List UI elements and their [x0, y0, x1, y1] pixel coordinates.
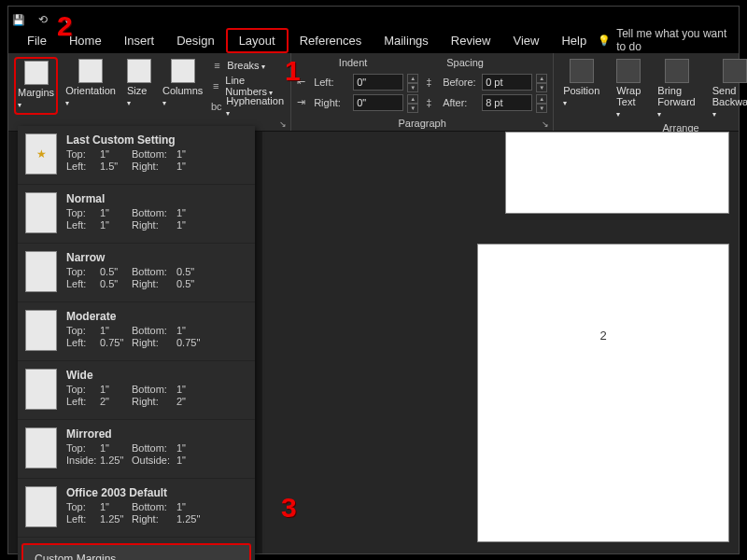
quick-access-toolbar: [8, 7, 739, 27]
margins-option[interactable]: WideTop:1"Bottom:1"Left:2"Right:2": [18, 361, 255, 420]
margin-option-title: Moderate: [66, 310, 247, 323]
tab-view[interactable]: View: [501, 30, 550, 51]
annotation-3: 3: [281, 492, 297, 524]
margins-option[interactable]: NarrowTop:0.5"Bottom:0.5"Left:0.5"Right:…: [18, 244, 255, 302]
margins-dropdown: Last Custom SettingTop:1"Bottom:1"Left:1…: [18, 126, 255, 560]
margin-option-values: Top:1"Bottom:1"Left:0.75"Right:0.75": [66, 325, 247, 348]
send-backward-icon: [723, 59, 747, 83]
line-numbers-button[interactable]: ≡Line Numbers: [210, 77, 285, 94]
group-page-setup: Margins Orientation Size Columns ≡Breaks…: [8, 53, 291, 131]
page-preview-2[interactable]: 2: [477, 244, 729, 542]
margins-option[interactable]: MirroredTop:1"Bottom:1"Inside:1.25"Outsi…: [18, 420, 255, 479]
position-icon: [570, 59, 594, 83]
indent-right-spinner[interactable]: ▲▼: [407, 94, 418, 111]
margins-option[interactable]: Last Custom SettingTop:1"Bottom:1"Left:1…: [18, 126, 255, 185]
tab-layout[interactable]: Layout: [226, 28, 289, 53]
margin-thumbnail-icon: [25, 427, 57, 469]
spacing-after-icon: ‡: [426, 97, 439, 108]
page-setup-dialog-launcher-icon[interactable]: ↘: [279, 119, 287, 129]
indent-right-icon: ⇥: [297, 96, 310, 108]
margins-icon: [24, 61, 49, 85]
size-button[interactable]: Size: [123, 57, 155, 115]
margin-thumbnail-icon: [25, 369, 57, 410]
indent-left-spinner[interactable]: ▲▼: [407, 74, 418, 91]
size-label: Size: [127, 85, 151, 107]
margin-option-values: Top:1"Bottom:1"Inside:1.25"Outside:1": [66, 442, 247, 466]
margin-option-title: Wide: [66, 369, 247, 382]
indent-right-input[interactable]: [353, 94, 403, 111]
margin-option-title: Normal: [66, 192, 247, 205]
document-canvas[interactable]: 2: [262, 132, 739, 553]
margin-option-title: Narrow: [66, 251, 247, 264]
lightbulb-icon: [598, 34, 611, 47]
spacing-header: Spacing: [409, 57, 521, 68]
spacing-before-field[interactable]: ‡ Before: ▲▼: [426, 72, 547, 92]
wrap-text-icon: [616, 59, 641, 83]
tab-design[interactable]: Design: [165, 30, 225, 51]
custom-margins-button[interactable]: Custom Margins...: [21, 543, 251, 560]
indent-left-field[interactable]: ⇤ Left: ▲▼: [297, 72, 418, 92]
margin-option-title: Last Custom Setting: [66, 133, 247, 147]
spacing-after-field[interactable]: ‡ After: ▲▼: [426, 92, 547, 113]
tab-review[interactable]: Review: [440, 30, 502, 51]
margins-option[interactable]: NormalTop:1"Bottom:1"Left:1"Right:1": [18, 185, 255, 244]
margins-option[interactable]: Office 2003 DefaultTop:1"Bottom:1"Left:1…: [18, 479, 255, 538]
indent-left-input[interactable]: [353, 74, 403, 91]
group-paragraph: Indent Spacing ⇤ Left: ▲▼ ⇥ Right: ▲▼: [291, 53, 554, 131]
margins-label: Margins: [18, 87, 54, 109]
breaks-button[interactable]: ≡Breaks: [210, 57, 285, 74]
margin-thumbnail-icon: [25, 486, 57, 527]
ribbon: Margins Orientation Size Columns ≡Breaks…: [8, 53, 739, 132]
spacing-before-input[interactable]: [482, 74, 532, 91]
orientation-icon: [78, 59, 103, 83]
margin-thumbnail-icon: [25, 310, 57, 351]
tab-mailings[interactable]: Mailings: [373, 30, 440, 51]
orientation-button[interactable]: Orientation: [62, 57, 120, 115]
tab-references[interactable]: References: [289, 30, 373, 51]
tab-insert[interactable]: Insert: [113, 30, 166, 51]
margin-option-title: Office 2003 Default: [66, 486, 247, 499]
annotation-1: 1: [285, 55, 301, 87]
save-icon[interactable]: [12, 10, 25, 23]
margin-thumbnail-icon: [25, 192, 57, 233]
bring-forward-button[interactable]: Bring Forward: [654, 57, 698, 120]
margin-option-values: Top:1"Bottom:1"Left:2"Right:2": [66, 384, 247, 407]
margin-thumbnail-icon: [25, 133, 57, 175]
tab-file[interactable]: File: [16, 30, 58, 51]
spacing-before-spinner[interactable]: ▲▼: [536, 74, 547, 91]
margins-option[interactable]: ModerateTop:1"Bottom:1"Left:0.75"Right:0…: [18, 302, 255, 361]
page-number: 2: [599, 329, 606, 343]
spacing-after-input[interactable]: [482, 94, 532, 111]
columns-icon: [171, 59, 195, 83]
position-button[interactable]: Position: [559, 57, 603, 120]
ribbon-tabs: File Home Insert Design Layout Reference…: [8, 27, 739, 53]
bring-forward-icon: [665, 59, 689, 83]
margin-thumbnail-icon: [25, 251, 57, 292]
undo-icon[interactable]: [38, 10, 51, 23]
margin-option-title: Mirrored: [66, 427, 247, 441]
page-preview-1[interactable]: [505, 132, 729, 214]
group-arrange: Position Wrap Text Bring Forward Send Ba…: [554, 53, 747, 131]
paragraph-dialog-launcher-icon[interactable]: ↘: [542, 119, 549, 129]
margin-option-values: Top:1"Bottom:1"Left:1.5"Right:1": [66, 148, 247, 172]
margin-option-values: Top:0.5"Bottom:0.5"Left:0.5"Right:0.5": [66, 266, 247, 289]
columns-label: Columns: [162, 85, 203, 107]
margin-option-values: Top:1"Bottom:1"Left:1"Right:1": [66, 207, 247, 231]
indent-header: Indent: [297, 57, 409, 68]
size-icon: [127, 59, 151, 83]
tell-me-label: Tell me what you want to do: [616, 27, 731, 53]
send-backward-button[interactable]: Send Backward: [709, 57, 747, 120]
annotation-2: 2: [57, 10, 73, 42]
indent-right-field[interactable]: ⇥ Right: ▲▼: [297, 92, 418, 113]
margins-button[interactable]: Margins: [14, 57, 58, 115]
orientation-label: Orientation: [65, 85, 116, 107]
margin-option-values: Top:1"Bottom:1"Left:1.25"Right:1.25": [66, 501, 247, 525]
hyphenation-button[interactable]: bcHyphenation: [210, 98, 285, 115]
paragraph-group-label: Paragraph: [297, 116, 547, 129]
wrap-text-button[interactable]: Wrap Text: [613, 57, 644, 120]
tell-me-search[interactable]: Tell me what you want to do: [598, 27, 731, 53]
tab-help[interactable]: Help: [550, 30, 598, 51]
spacing-before-icon: ‡: [426, 77, 439, 88]
columns-button[interactable]: Columns: [159, 57, 206, 115]
spacing-after-spinner[interactable]: ▲▼: [536, 94, 547, 111]
